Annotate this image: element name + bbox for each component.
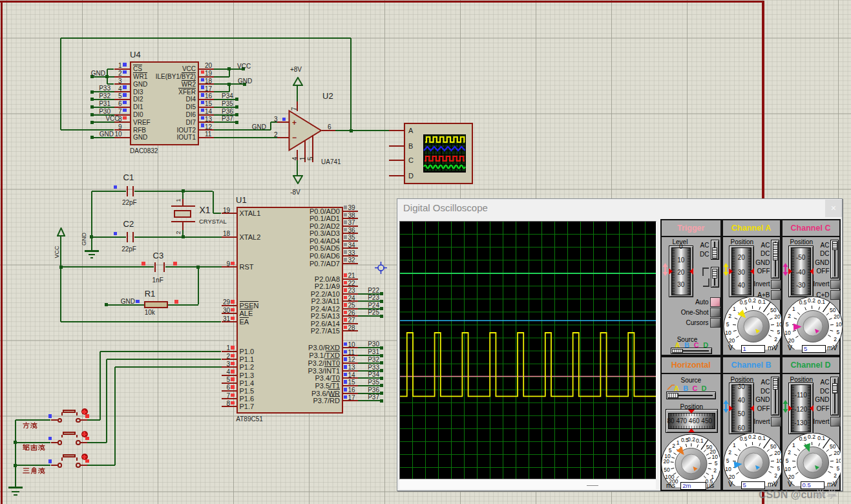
svg-text:0.5: 0.5 <box>799 299 806 306</box>
svg-text:50: 50 <box>830 307 836 313</box>
svg-text:2: 2 <box>728 449 731 456</box>
svg-text:2: 2 <box>774 336 777 342</box>
svg-text:5: 5 <box>785 457 788 464</box>
svg-text:2: 2 <box>713 467 717 473</box>
svg-text:0.1: 0.1 <box>758 299 766 305</box>
svg-text:5: 5 <box>836 329 839 335</box>
svg-text:5: 5 <box>836 465 839 472</box>
svg-text:1: 1 <box>792 442 795 448</box>
svg-text:50: 50 <box>830 443 836 450</box>
svg-text:20: 20 <box>728 337 735 344</box>
svg-text:5: 5 <box>726 321 729 328</box>
svg-text:20: 20 <box>788 337 794 344</box>
svg-text:1: 1 <box>732 442 735 448</box>
svg-text:2: 2 <box>788 313 791 319</box>
svg-text:0.2: 0.2 <box>748 297 756 304</box>
svg-text:0.2: 0.2 <box>748 434 756 440</box>
svg-text:0.5: 0.5 <box>799 436 806 442</box>
svg-text:0.2: 0.2 <box>808 434 815 440</box>
svg-text:0.5: 0.5 <box>739 436 747 442</box>
svg-text:10: 10 <box>725 330 731 336</box>
svg-text:2: 2 <box>788 449 791 456</box>
svg-text:5: 5 <box>777 465 780 472</box>
svg-text:50: 50 <box>770 443 777 450</box>
svg-text:20: 20 <box>834 313 840 320</box>
svg-text:10: 10 <box>784 466 791 472</box>
svg-text:5: 5 <box>726 457 729 464</box>
svg-text:20: 20 <box>834 450 840 456</box>
svg-text:0.2: 0.2 <box>688 436 695 442</box>
svg-text:0.2: 0.2 <box>808 297 815 304</box>
svg-text:10: 10 <box>712 453 719 459</box>
svg-text:2: 2 <box>672 443 675 449</box>
svg-text:10: 10 <box>835 457 841 464</box>
svg-text:10: 10 <box>725 466 731 472</box>
svg-text:0.1: 0.1 <box>817 435 825 441</box>
svg-text:20: 20 <box>774 450 781 456</box>
svg-text:20: 20 <box>663 458 669 465</box>
svg-text:0.1: 0.1 <box>696 437 704 443</box>
svg-text:20: 20 <box>728 474 735 480</box>
svg-text:20: 20 <box>788 474 794 480</box>
svg-text:10: 10 <box>784 330 791 336</box>
svg-text:1: 1 <box>677 439 680 446</box>
svg-text:2: 2 <box>774 472 777 479</box>
svg-text:0.1: 0.1 <box>758 435 766 441</box>
svg-text:0.1: 0.1 <box>817 299 825 305</box>
svg-text:5: 5 <box>785 321 788 328</box>
svg-text:0.5: 0.5 <box>739 299 747 306</box>
svg-text:2: 2 <box>834 472 837 479</box>
svg-text:2: 2 <box>728 313 731 319</box>
svg-text:2: 2 <box>834 336 837 342</box>
svg-text:5: 5 <box>715 460 718 467</box>
svg-text:10: 10 <box>835 321 842 328</box>
svg-text:5: 5 <box>777 329 780 335</box>
svg-text:20: 20 <box>774 313 781 320</box>
svg-text:50: 50 <box>664 467 670 473</box>
svg-text:1: 1 <box>732 306 735 312</box>
svg-text:50: 50 <box>770 307 777 313</box>
svg-text:1: 1 <box>792 306 795 312</box>
